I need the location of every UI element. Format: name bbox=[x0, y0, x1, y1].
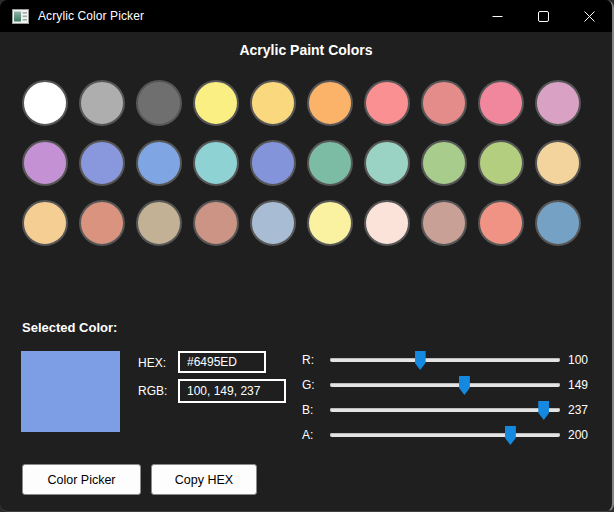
slider-label: B: bbox=[302, 403, 313, 417]
color-swatch[interactable] bbox=[421, 140, 467, 186]
slider-label: R: bbox=[302, 353, 314, 367]
color-swatch[interactable] bbox=[250, 200, 296, 246]
color-swatch[interactable] bbox=[79, 200, 125, 246]
slider-row: R:100 bbox=[0, 350, 614, 370]
slider-row: B:237 bbox=[0, 400, 614, 420]
color-swatch[interactable] bbox=[307, 200, 353, 246]
slider-track[interactable] bbox=[330, 358, 560, 362]
color-swatch[interactable] bbox=[535, 80, 581, 126]
color-swatch[interactable] bbox=[136, 200, 182, 246]
color-picker-button[interactable]: Color Picker bbox=[22, 464, 141, 495]
color-swatch[interactable] bbox=[22, 200, 68, 246]
palette-row bbox=[22, 80, 581, 126]
slider-label: A: bbox=[302, 428, 313, 442]
slider-track[interactable] bbox=[330, 408, 560, 412]
color-swatch[interactable] bbox=[307, 80, 353, 126]
close-button[interactable] bbox=[566, 0, 612, 32]
slider-value: 100 bbox=[568, 353, 588, 367]
color-swatch[interactable] bbox=[79, 80, 125, 126]
color-swatch[interactable] bbox=[364, 140, 410, 186]
slider-thumb[interactable] bbox=[505, 426, 516, 445]
color-swatch[interactable] bbox=[535, 200, 581, 246]
window-controls bbox=[474, 0, 612, 32]
color-swatch[interactable] bbox=[421, 80, 467, 126]
titlebar[interactable]: Acrylic Color Picker bbox=[0, 0, 612, 32]
selected-color-label: Selected Color: bbox=[22, 320, 117, 335]
color-swatch[interactable] bbox=[478, 200, 524, 246]
color-swatch[interactable] bbox=[22, 140, 68, 186]
page-title: Acrylic Paint Colors bbox=[0, 42, 612, 58]
slider-track[interactable] bbox=[330, 383, 560, 387]
slider-thumb[interactable] bbox=[459, 376, 470, 395]
color-swatch[interactable] bbox=[478, 140, 524, 186]
slider-row: G:149 bbox=[0, 375, 614, 395]
color-swatch[interactable] bbox=[136, 80, 182, 126]
color-swatch[interactable] bbox=[364, 200, 410, 246]
color-swatch[interactable] bbox=[421, 200, 467, 246]
palette-grid bbox=[22, 80, 581, 260]
color-swatch[interactable] bbox=[364, 80, 410, 126]
window-title: Acrylic Color Picker bbox=[38, 9, 144, 23]
color-swatch[interactable] bbox=[250, 140, 296, 186]
slider-row: A:200 bbox=[0, 425, 614, 445]
maximize-button[interactable] bbox=[520, 0, 566, 32]
slider-value: 200 bbox=[568, 428, 588, 442]
slider-thumb[interactable] bbox=[415, 351, 426, 370]
color-swatch[interactable] bbox=[193, 200, 239, 246]
slider-thumb[interactable] bbox=[538, 401, 549, 420]
app-icon bbox=[12, 9, 29, 24]
color-swatch[interactable] bbox=[250, 80, 296, 126]
color-swatch[interactable] bbox=[535, 140, 581, 186]
slider-label: G: bbox=[302, 378, 315, 392]
minimize-button[interactable] bbox=[474, 0, 520, 32]
color-swatch[interactable] bbox=[22, 80, 68, 126]
app-window: Acrylic Color Picker Acrylic Paint Color… bbox=[0, 0, 614, 512]
color-swatch[interactable] bbox=[193, 80, 239, 126]
palette-row bbox=[22, 200, 581, 246]
color-swatch[interactable] bbox=[478, 80, 524, 126]
color-swatch[interactable] bbox=[193, 140, 239, 186]
copy-hex-button[interactable]: Copy HEX bbox=[151, 464, 257, 495]
color-swatch[interactable] bbox=[136, 140, 182, 186]
palette-row bbox=[22, 140, 581, 186]
color-swatch[interactable] bbox=[79, 140, 125, 186]
slider-value: 149 bbox=[568, 378, 588, 392]
slider-value: 237 bbox=[568, 403, 588, 417]
color-swatch[interactable] bbox=[307, 140, 353, 186]
slider-track[interactable] bbox=[330, 433, 560, 437]
